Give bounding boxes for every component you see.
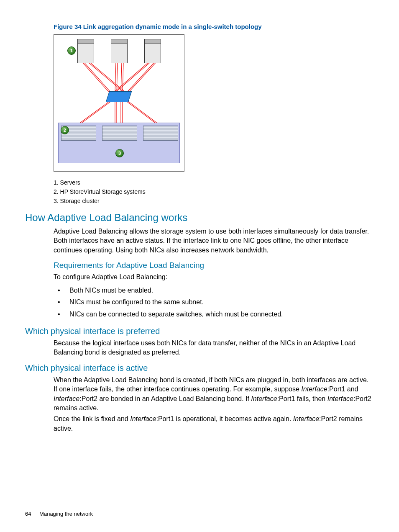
server-icon [111, 39, 128, 63]
paragraph: Adaptive Load Balancing allows the stora… [54, 227, 374, 255]
svg-line-0 [82, 62, 110, 93]
server-icon [144, 39, 161, 63]
paragraph: When the Adaptive Load Balancing bond is… [54, 375, 374, 413]
heading-preferred-interface: Which physical interface is preferred [25, 326, 374, 336]
heading-requirements: Requirements for Adaptive Load Balancing [54, 261, 374, 270]
svg-line-7 [123, 62, 123, 93]
figure-caption: Figure 34 Link aggregation dynamic mode … [54, 23, 374, 30]
legend-item: 3. Storage cluster [54, 198, 374, 204]
requirements-list: Both NICs must be enabled. NICs must be … [62, 285, 374, 321]
paragraph: Once the link is fixed and Interface:Por… [54, 414, 374, 433]
storage-cluster: 3 [58, 123, 180, 163]
storage-rack-icon [102, 126, 137, 141]
list-item: NICs must be configured to the same subn… [62, 296, 374, 308]
server-icon [77, 39, 94, 63]
svg-line-4 [115, 62, 116, 93]
page-footer: 64 Managing the network [25, 511, 93, 517]
storage-rack-icon [143, 126, 178, 141]
list-item: Both NICs must be enabled. [62, 285, 374, 297]
legend-item: 1. Servers [54, 179, 374, 186]
heading-how-alb-works: How Adaptive Load Balancing works [25, 212, 374, 224]
footer-title: Managing the network [39, 511, 93, 517]
badge-2: 2 [61, 126, 69, 134]
switch-icon [106, 91, 132, 102]
badge-3: 3 [115, 149, 124, 157]
paragraph: Because the logical interface uses both … [54, 339, 374, 357]
svg-line-5 [117, 62, 118, 93]
heading-active-interface: Which physical interface is active [25, 363, 374, 373]
legend-item: 2. HP StoreVirtual Storage systems [54, 188, 374, 195]
figure-legend: 1. Servers 2. HP StoreVirtual Storage sy… [54, 179, 374, 204]
badge-1: 1 [67, 46, 76, 55]
paragraph: To configure Adaptive Load Balancing: [54, 272, 374, 282]
figure-diagram: 3 1 2 [54, 34, 184, 172]
list-item: NICs can be connected to separate switch… [62, 308, 374, 321]
page-number: 64 [25, 511, 31, 517]
svg-line-1 [84, 62, 112, 93]
